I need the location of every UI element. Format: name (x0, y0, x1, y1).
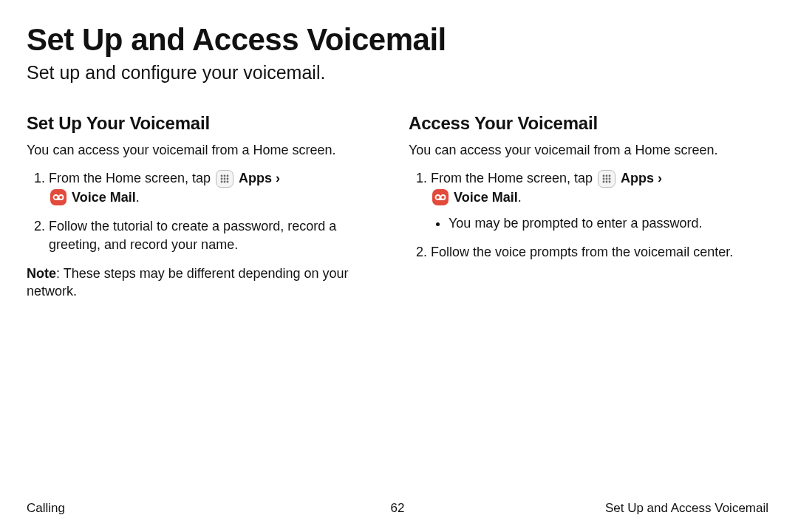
footer-topic-name: Set Up and Access Voicemail (404, 501, 768, 516)
svg-point-8 (227, 180, 229, 183)
steps-list: From the Home screen, tap Apps › (409, 169, 768, 262)
svg-point-5 (227, 177, 229, 180)
apps-label: Apps (621, 171, 654, 185)
chevron-right-icon: › (272, 171, 280, 185)
svg-point-17 (609, 177, 611, 180)
voicemail-icon (50, 189, 66, 205)
sub-bullet-item: You may be prompted to enter a password. (449, 214, 768, 233)
step-text: From the Home screen, tap (49, 171, 214, 185)
step-item: Follow the voice prompts from the voicem… (431, 243, 768, 262)
svg-point-3 (221, 177, 223, 180)
voicemail-label: Voice Mail (454, 190, 518, 205)
access-voicemail-section: Access Your Voicemail You can access you… (409, 113, 768, 311)
section-heading: Set Up Your Voicemail (27, 113, 386, 134)
sub-bullet-list: You may be prompted to enter a password. (431, 214, 768, 233)
apps-icon (598, 170, 615, 188)
setup-voicemail-section: Set Up Your Voicemail You can access you… (27, 113, 386, 311)
apps-label: Apps (239, 171, 272, 185)
svg-point-12 (603, 174, 605, 177)
svg-point-13 (606, 174, 608, 177)
step-item: From the Home screen, tap Apps › (49, 169, 386, 206)
svg-point-20 (609, 180, 611, 183)
page-title: Set Up and Access Voicemail (27, 22, 768, 58)
period: . (518, 190, 522, 205)
voicemail-label: Voice Mail (72, 190, 136, 205)
svg-point-1 (224, 174, 226, 177)
svg-point-0 (221, 174, 223, 177)
manual-page: Set Up and Access Voicemail Set up and c… (0, 0, 798, 532)
step-item: From the Home screen, tap Apps › (431, 169, 768, 233)
chevron-right-icon: › (654, 171, 662, 185)
period: . (136, 190, 140, 205)
note-text: : These steps may be different depending… (27, 266, 349, 299)
footer-section-name: Calling (27, 501, 391, 516)
apps-icon (216, 170, 233, 188)
svg-point-2 (227, 174, 229, 177)
two-column-layout: Set Up Your Voicemail You can access you… (27, 113, 768, 311)
page-footer: Calling 62 Set Up and Access Voicemail (0, 501, 798, 516)
svg-point-7 (224, 180, 226, 183)
svg-point-14 (609, 174, 611, 177)
svg-point-19 (606, 180, 608, 183)
svg-point-6 (221, 180, 223, 183)
svg-point-15 (603, 177, 605, 180)
svg-point-4 (224, 177, 226, 180)
note-label: Note (27, 266, 56, 281)
page-subtitle: Set up and configure your voicemail. (27, 62, 768, 83)
section-intro: You can access your voicemail from a Hom… (27, 141, 386, 159)
voicemail-icon (432, 189, 449, 205)
step-text: From the Home screen, tap (431, 171, 596, 185)
svg-point-18 (603, 180, 605, 183)
section-heading: Access Your Voicemail (409, 113, 768, 134)
section-intro: You can access your voicemail from a Hom… (409, 141, 768, 159)
steps-list: From the Home screen, tap Apps › (27, 169, 386, 254)
note-paragraph: Note: These steps may be different depen… (27, 265, 386, 301)
footer-page-number: 62 (391, 501, 405, 516)
svg-point-16 (606, 177, 608, 180)
step-item: Follow the tutorial to create a password… (49, 217, 386, 254)
